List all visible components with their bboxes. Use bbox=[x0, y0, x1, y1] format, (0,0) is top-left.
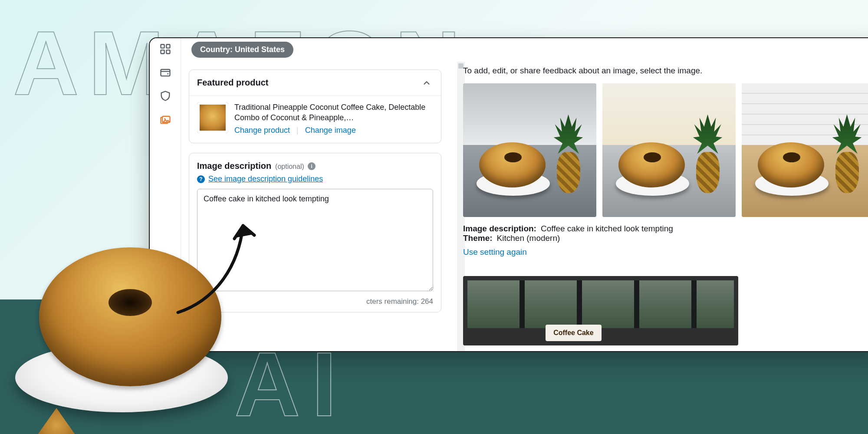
app-window: Country: United States Featured product … bbox=[149, 37, 868, 352]
guidelines-link[interactable]: See image description guidelines bbox=[208, 174, 323, 183]
generated-image-row bbox=[463, 83, 868, 217]
package-label: Coffee Cake bbox=[546, 325, 601, 341]
image-description-label: Image description bbox=[197, 161, 271, 171]
meta-desc-label: Image description: bbox=[463, 224, 536, 233]
instruction-text: To add, edit, or share feedback about an… bbox=[463, 66, 868, 76]
sidebar-images-icon[interactable] bbox=[159, 113, 172, 126]
generated-image-4[interactable]: Coffee Cake bbox=[463, 276, 738, 345]
featured-product-title: Featured product bbox=[197, 78, 268, 88]
meta-theme-value: Kitchen (modern) bbox=[497, 233, 560, 243]
sidebar-shield-icon[interactable] bbox=[159, 89, 172, 102]
svg-rect-1 bbox=[166, 45, 170, 48]
chevron-up-icon bbox=[422, 78, 431, 88]
country-value: United States bbox=[235, 45, 285, 54]
help-icon[interactable]: ? bbox=[197, 175, 205, 183]
use-setting-again-link[interactable]: Use setting again bbox=[463, 247, 527, 257]
change-image-link[interactable]: Change image bbox=[305, 126, 356, 135]
generated-image-3[interactable] bbox=[742, 83, 868, 217]
content-area: Featured product Traditional Pineapple C… bbox=[181, 61, 868, 351]
meta-desc-value: Coffee cake in kitched look tempting bbox=[541, 224, 673, 233]
product-thumbnail[interactable] bbox=[197, 102, 228, 133]
country-prefix: Country: bbox=[200, 45, 235, 54]
result-meta: Image description:Coffee cake in kitched… bbox=[463, 224, 868, 243]
generated-image-1[interactable] bbox=[463, 83, 596, 217]
remaining-value: 264 bbox=[421, 297, 433, 306]
window-header: Country: United States bbox=[181, 38, 868, 61]
featured-product-header[interactable]: Featured product bbox=[189, 70, 441, 96]
featured-product-card: Featured product Traditional Pineapple C… bbox=[189, 69, 441, 143]
svg-rect-0 bbox=[161, 45, 164, 48]
remaining-prefix: cters remaining: bbox=[366, 297, 421, 306]
link-separator: | bbox=[296, 126, 299, 135]
country-pill[interactable]: Country: United States bbox=[191, 42, 293, 58]
hero-product-photo bbox=[9, 243, 239, 434]
generated-image-2[interactable] bbox=[602, 83, 736, 217]
product-title: Traditional Pineapple Coconut Coffee Cak… bbox=[234, 102, 433, 123]
change-product-link[interactable]: Change product bbox=[234, 126, 290, 135]
svg-rect-2 bbox=[161, 50, 164, 53]
featured-product-body: Traditional Pineapple Coconut Coffee Cak… bbox=[189, 96, 441, 143]
svg-rect-3 bbox=[166, 50, 170, 53]
meta-theme-label: Theme: bbox=[463, 233, 493, 243]
svg-point-5 bbox=[167, 73, 168, 74]
svg-rect-4 bbox=[161, 69, 170, 76]
sidebar-dashboard-icon[interactable] bbox=[159, 43, 172, 56]
right-pane: To add, edit, or share feedback about an… bbox=[448, 61, 868, 351]
sidebar-wallet-icon[interactable] bbox=[159, 66, 172, 79]
image-description-optional-text: (optional) bbox=[275, 163, 304, 170]
info-icon[interactable]: i bbox=[308, 162, 316, 170]
